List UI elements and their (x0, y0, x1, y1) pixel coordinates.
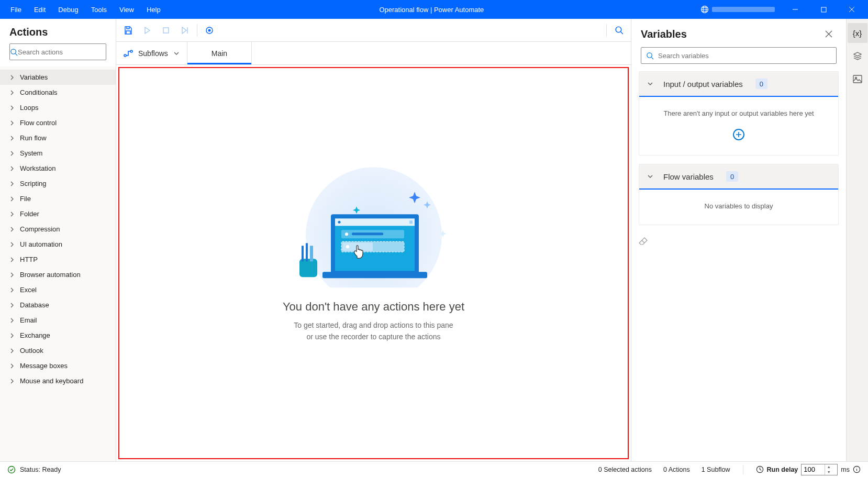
empty-title: You don't have any actions here yet (227, 301, 520, 314)
tab-label: Main (212, 49, 227, 58)
add-io-variable-button[interactable] (733, 129, 744, 140)
action-category[interactable]: Run flow (0, 130, 116, 146)
action-category[interactable]: System (0, 146, 116, 161)
chevron-right-icon (9, 303, 15, 308)
rail-layers-button[interactable] (848, 46, 867, 66)
globe-icon (700, 5, 709, 14)
svg-rect-11 (299, 259, 317, 278)
save-icon (124, 26, 133, 35)
menu-tools[interactable]: Tools (85, 0, 113, 19)
action-category-label: Variables (20, 73, 48, 81)
action-category[interactable]: Workstation (0, 161, 116, 176)
action-category-label: Run flow (20, 134, 47, 142)
action-category-label: UI automation (20, 240, 62, 248)
chevron-right-icon (9, 257, 15, 262)
run-button[interactable] (138, 21, 156, 39)
action-category[interactable]: Conditionals (0, 85, 116, 100)
flow-canvas[interactable]: You don't have any actions here yet To g… (116, 65, 631, 461)
variables-search-input[interactable] (658, 52, 836, 60)
action-category[interactable]: Exchange (0, 328, 116, 343)
empty-subtitle-1: To get started, drag and drop actions to… (227, 320, 520, 332)
actions-search[interactable] (9, 43, 106, 60)
action-category[interactable]: Excel (0, 282, 116, 297)
empty-illustration (290, 168, 458, 288)
svg-point-3 (11, 49, 16, 53)
flow-variables-header[interactable]: Flow variables 0 (639, 164, 838, 190)
tab-main[interactable]: Main (187, 42, 252, 64)
action-category[interactable]: Database (0, 297, 116, 313)
io-variables-header[interactable]: Input / output variables 0 (639, 72, 838, 97)
action-category[interactable]: Variables (0, 70, 116, 85)
flow-variables-empty-text: No variables to display (649, 202, 829, 210)
info-icon[interactable] (853, 465, 861, 473)
action-category[interactable]: Mouse and keyboard (0, 373, 116, 389)
chevron-right-icon (9, 120, 15, 126)
chevron-right-icon (9, 348, 15, 353)
action-category[interactable]: Outlook (0, 343, 116, 358)
run-delay-label: Run delay (767, 466, 798, 473)
delay-decrease[interactable]: ▼ (825, 470, 832, 475)
svg-rect-4 (163, 28, 169, 33)
variables-panel: Variables Input / output variables 0 (631, 19, 846, 461)
action-category[interactable]: Loops (0, 100, 116, 115)
step-button[interactable] (176, 21, 194, 39)
io-variables-title: Input / output variables (663, 80, 743, 88)
action-category[interactable]: Compression (0, 221, 116, 237)
record-icon (205, 26, 214, 35)
run-delay-value[interactable] (802, 465, 825, 473)
rail-variables-button[interactable]: {x} (848, 23, 867, 43)
chevron-right-icon (9, 90, 15, 95)
action-category[interactable]: HTTP (0, 252, 116, 267)
chevron-down-icon (647, 173, 654, 180)
search-flow-button[interactable] (610, 21, 628, 39)
action-category[interactable]: Folder (0, 206, 116, 221)
action-category[interactable]: Email (0, 313, 116, 328)
chevron-right-icon (9, 75, 15, 80)
environment-chip[interactable] (696, 3, 779, 16)
menu-help[interactable]: Help (140, 0, 167, 19)
action-category[interactable]: Message boxes (0, 358, 116, 373)
menu-edit[interactable]: Edit (28, 0, 52, 19)
menu-file[interactable]: File (4, 0, 28, 19)
statusbar: Status: Ready 0 Selected actions 0 Actio… (0, 461, 868, 477)
action-category-label: Conditionals (20, 88, 58, 96)
save-button[interactable] (119, 21, 137, 39)
chevron-right-icon (9, 105, 15, 110)
svg-rect-28 (853, 75, 862, 83)
menu-debug[interactable]: Debug (52, 0, 84, 19)
maximize-button[interactable] (811, 0, 836, 19)
environment-name-redacted (712, 7, 775, 12)
delay-increase[interactable]: ▲ (825, 464, 832, 470)
actions-search-input[interactable] (18, 48, 106, 56)
svg-point-22 (345, 233, 348, 236)
rail-images-button[interactable] (848, 69, 867, 89)
action-category-label: System (20, 149, 42, 157)
svg-rect-20 (409, 221, 413, 224)
variables-close-button[interactable] (821, 26, 837, 42)
action-category-label: Database (20, 301, 49, 309)
action-category[interactable]: Flow control (0, 115, 116, 130)
stop-button[interactable] (157, 21, 175, 39)
variables-search[interactable] (641, 47, 837, 64)
chevron-right-icon (9, 212, 15, 217)
plus-icon (736, 131, 742, 138)
action-category-label: Flow control (20, 119, 57, 127)
close-button[interactable] (840, 0, 864, 19)
chevron-right-icon (9, 166, 15, 171)
search-icon (641, 52, 658, 60)
action-category[interactable]: UI automation (0, 237, 116, 252)
actions-panel: Actions VariablesConditionalsLoopsFlow c… (0, 19, 116, 461)
action-category[interactable]: Browser automation (0, 267, 116, 282)
action-category[interactable]: Scripting (0, 176, 116, 191)
actions-category-list[interactable]: VariablesConditionalsLoopsFlow controlRu… (0, 66, 116, 461)
recorder-button[interactable] (201, 21, 218, 39)
run-delay-input[interactable]: ▲ ▼ (801, 464, 838, 475)
minimize-button[interactable] (783, 0, 807, 19)
menu-view[interactable]: View (113, 0, 140, 19)
subflows-dropdown[interactable]: Subflows (116, 42, 187, 64)
eraser-icon[interactable] (639, 237, 648, 245)
svg-point-6 (208, 29, 211, 31)
layers-icon (853, 51, 862, 61)
selected-actions-count: 0 Selected actions (598, 466, 652, 473)
action-category[interactable]: File (0, 191, 116, 206)
